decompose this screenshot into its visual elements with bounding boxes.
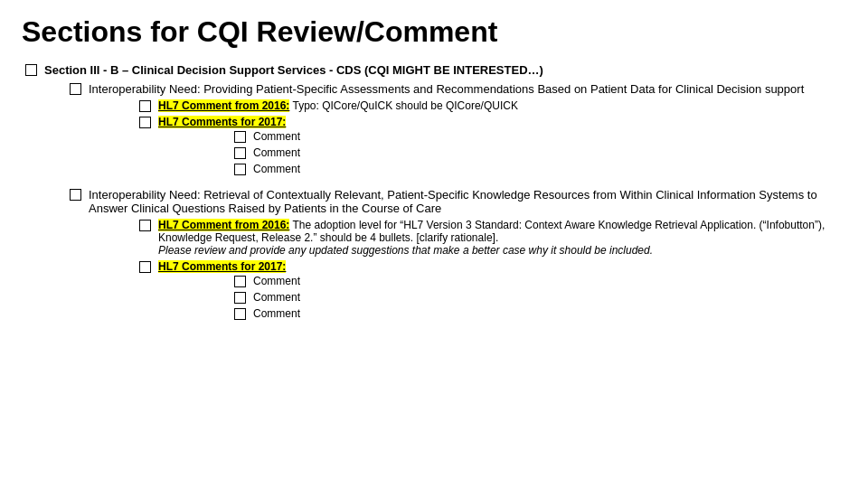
checkbox-item1-2017[interactable] bbox=[139, 117, 151, 128]
checkbox-item2-2016[interactable] bbox=[139, 220, 151, 231]
item1-2016-highlight: HL7 Comment from 2016: bbox=[158, 99, 289, 112]
checkbox-item1-2016[interactable] bbox=[139, 100, 151, 112]
item2-2017-highlight: HL7 Comments for 2017: bbox=[158, 260, 286, 273]
section-header-text: Section III - B – Clinical Decision Supp… bbox=[44, 63, 543, 77]
section-header-item: Section III - B – Clinical Decision Supp… bbox=[25, 63, 846, 331]
item1-comment-a: Comment bbox=[234, 130, 846, 143]
item1-comment-c-text: Comment bbox=[253, 163, 300, 175]
checkbox-item1-ca[interactable] bbox=[234, 131, 246, 143]
item2-comment-c: Comment bbox=[234, 307, 846, 320]
checkbox-item2-2017[interactable] bbox=[139, 261, 151, 273]
item1-comment-c: Comment bbox=[234, 163, 846, 175]
item1-comment-b: Comment bbox=[234, 146, 846, 159]
item2-comment-2017: HL7 Comments for 2017: Comment Comment bbox=[139, 260, 846, 324]
item1-2016-rest: Typo: QICore/QuICK should be QICore/QUIC… bbox=[289, 99, 518, 112]
main-list: Section III - B – Clinical Decision Supp… bbox=[22, 63, 846, 331]
item2-comment-2016: HL7 Comment from 2016: The adoption leve… bbox=[139, 219, 846, 257]
item2: Interoperability Need: Retrieval of Cont… bbox=[70, 188, 846, 327]
item1-comment-a-text: Comment bbox=[253, 130, 300, 143]
item1-comment-2017: HL7 Comments for 2017: Comment Comment bbox=[139, 116, 846, 179]
item1-comment-2016: HL7 Comment from 2016: Typo: QICore/QuIC… bbox=[139, 99, 846, 112]
checkbox-item1-cb[interactable] bbox=[234, 147, 246, 159]
checkbox-item2[interactable] bbox=[70, 189, 81, 201]
item2-comment-a-text: Comment bbox=[253, 275, 300, 287]
item2-2016-highlight: HL7 Comment from 2016: bbox=[158, 219, 289, 231]
checkbox-section[interactable] bbox=[25, 64, 37, 76]
item2-comment-a: Comment bbox=[234, 275, 846, 287]
checkbox-item1-cc[interactable] bbox=[234, 164, 246, 175]
item1: Interoperability Need: Providing Patient… bbox=[70, 82, 846, 183]
item2-text: Interoperability Need: Retrieval of Cont… bbox=[89, 188, 817, 215]
item1-comment-b-text: Comment bbox=[253, 146, 300, 159]
item2-comment-c-text: Comment bbox=[253, 307, 300, 320]
checkbox-item2-cb[interactable] bbox=[234, 292, 246, 304]
page-title: Sections for CQI Review/Comment bbox=[22, 14, 846, 49]
item2-comment-b: Comment bbox=[234, 291, 846, 304]
checkbox-item2-cc[interactable] bbox=[234, 308, 246, 320]
item2-2016-italic: Please review and provide any updated su… bbox=[158, 244, 653, 257]
checkbox-item1[interactable] bbox=[70, 83, 81, 95]
item1-2017-highlight: HL7 Comments for 2017: bbox=[158, 116, 286, 128]
item2-comment-b-text: Comment bbox=[253, 291, 300, 304]
checkbox-item2-ca[interactable] bbox=[234, 276, 246, 287]
item1-text: Interoperability Need: Providing Patient… bbox=[89, 82, 804, 96]
